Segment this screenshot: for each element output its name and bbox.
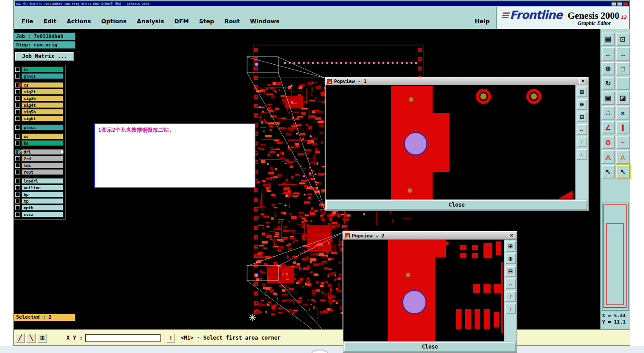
layer-visibility-checkbox[interactable] — [15, 212, 20, 217]
layer-visibility-checkbox[interactable] — [15, 199, 20, 203]
layer-visibility-checkbox[interactable] — [15, 205, 20, 210]
layer-visibility-checkbox[interactable] — [15, 179, 20, 183]
layer-row-2rd[interactable]: 2rd — [14, 156, 65, 162]
layer-row-npth[interactable]: npth — [14, 205, 65, 211]
popup-pan-button[interactable]: ↔ — [505, 278, 516, 289]
layer-name[interactable]: bp — [21, 191, 63, 197]
warning-button[interactable]: ! — [166, 333, 175, 343]
layer-name[interactable]: 2rd — [21, 156, 63, 162]
layer-row-bs[interactable]: bs — [14, 140, 65, 146]
layer-name[interactable]: tp — [21, 198, 63, 204]
popview-1-close-x[interactable]: × — [579, 79, 586, 84]
layer-visibility-checkbox[interactable] — [15, 156, 20, 161]
select-arrow-button[interactable]: ↖ — [602, 165, 615, 179]
text-tool-button[interactable]: A — [616, 150, 630, 164]
popview-2-window[interactable]: Popview - 2 × — [343, 231, 517, 353]
layer-row-cvia[interactable]: cvia — [14, 212, 65, 217]
layer-row-plnss[interactable]: plnss — [14, 125, 65, 130]
menu-rout[interactable]: Rout — [224, 18, 239, 25]
layer-visibility-checkbox[interactable] — [15, 192, 20, 197]
menu-edit[interactable]: Edit — [44, 18, 57, 25]
zoom-area-button[interactable]: □ — [616, 62, 630, 75]
layer-row-cs[interactable]: cs — [14, 82, 65, 88]
layer-row-lnpdrl[interactable]: lnpdrl — [14, 178, 65, 184]
layer-name[interactable]: plnss — [21, 125, 63, 130]
layer-row-drl[interactable]: drl — [14, 149, 65, 155]
close-button[interactable] — [623, 2, 628, 6]
menu-actions[interactable]: Actions — [67, 18, 91, 25]
popup-fit-button[interactable]: ⊞ — [577, 87, 587, 97]
menu-file[interactable]: File — [21, 18, 33, 25]
layer-name[interactable]: plncs — [21, 73, 63, 79]
layer-visibility-checkbox[interactable] — [15, 125, 20, 130]
layer-visibility-checkbox[interactable] — [15, 109, 20, 114]
popup-scroll-down-button[interactable]: ↓ — [577, 149, 587, 160]
menu-options[interactable]: Options — [101, 18, 127, 25]
clear-highlight-button[interactable]: × — [616, 106, 630, 120]
pan-left-button[interactable]: ← — [602, 47, 615, 61]
job-matrix-button[interactable]: Job Matrix ... — [15, 52, 74, 61]
layer-row-ldi[interactable]: ldi — [14, 162, 65, 168]
layer-name[interactable]: ldi — [21, 162, 63, 168]
select-arrow-active-button[interactable]: ↖ — [616, 165, 630, 179]
overview-pane[interactable] — [602, 203, 629, 311]
layer-row-tp[interactable]: tp — [14, 198, 65, 204]
layer-visibility-checkbox[interactable] — [15, 116, 20, 121]
layer-name[interactable]: outline — [21, 185, 63, 191]
layer-name[interactable]: sig2t — [21, 89, 63, 95]
popup-zoom-in-button[interactable]: ⊕ — [505, 253, 516, 264]
menu-step[interactable]: Step — [199, 18, 214, 25]
corner-select-button[interactable]: ╲ — [26, 333, 36, 343]
layer-row-ts[interactable]: ts — [14, 66, 65, 72]
layer-visibility-checkbox[interactable] — [15, 141, 20, 145]
layer-name[interactable]: sig4t — [21, 102, 63, 108]
layer-row-sig2t[interactable]: sig2t — [14, 89, 65, 95]
measure-angle-button[interactable]: ∠ — [602, 121, 615, 134]
blank-button[interactable] — [616, 77, 630, 90]
triangle-tool-button[interactable]: △ — [602, 150, 615, 164]
layer-visibility-checkbox[interactable] — [15, 185, 20, 190]
layer-visibility-checkbox[interactable] — [15, 96, 20, 101]
layer-name[interactable]: rout — [21, 169, 63, 175]
show-features-button[interactable]: ∴ — [602, 106, 615, 120]
layer-visibility-checkbox[interactable] — [15, 134, 20, 139]
measure-line-button[interactable]: ╱ — [15, 333, 25, 343]
pan-right-button[interactable]: → — [616, 47, 630, 61]
layer-visibility-checkbox[interactable] — [15, 74, 20, 79]
layer-name[interactable]: ts — [21, 66, 63, 72]
layer-row-sig6t[interactable]: sig6t — [14, 116, 65, 121]
window-titlebar[interactable]: 6层 电子有限公司 7v0110dha0 cam.orig 板厚:1.6mm 绿… — [15, 1, 629, 6]
minimize-button[interactable] — [611, 2, 616, 6]
popview-2-close-x[interactable]: × — [508, 233, 515, 239]
menu-windows[interactable]: Windows — [250, 18, 280, 25]
popup-pan-button[interactable]: ↔ — [577, 124, 587, 135]
layer-row-rout[interactable]: rout — [14, 169, 65, 175]
layer-visibility-checkbox[interactable] — [15, 89, 20, 94]
layer-visibility-checkbox[interactable] — [15, 170, 20, 174]
popview-1-canvas[interactable] — [326, 85, 575, 199]
maximize-button[interactable] — [617, 2, 622, 6]
layer-row-sig4t[interactable]: sig4t — [14, 102, 65, 108]
xy-input[interactable] — [85, 334, 161, 342]
popview-2-close-button[interactable]: Close — [344, 342, 516, 352]
popview-2-titlebar[interactable]: Popview - 2 × — [343, 232, 516, 240]
layer-name[interactable]: cvia — [21, 212, 63, 217]
layer-name[interactable]: bs — [21, 140, 63, 146]
layer-visibility-checkbox[interactable] — [15, 103, 20, 108]
popview-1-close-button[interactable]: Close — [326, 200, 587, 210]
layer-visibility-checkbox[interactable] — [15, 67, 20, 72]
layer-name[interactable]: sig3b — [21, 96, 63, 101]
layer-name[interactable]: cs — [21, 82, 63, 88]
layer-name[interactable]: ss — [21, 133, 63, 139]
popup-zoom-out-button[interactable]: ⊟ — [505, 266, 516, 277]
popview-2-canvas[interactable] — [343, 240, 504, 341]
parallel-lines-button[interactable]: ∥ — [616, 121, 630, 134]
layer-visibility-checkbox[interactable] — [15, 163, 20, 168]
grid-toggle-button[interactable]: ⊞ — [37, 333, 47, 343]
layer-name[interactable]: drl — [21, 149, 63, 155]
dash-measure-button[interactable]: − — [616, 136, 630, 149]
monitor-view-button[interactable]: ⊡ — [616, 33, 630, 46]
layer-row-bp[interactable]: bp — [14, 191, 65, 197]
layer-name[interactable]: sig6t — [21, 116, 63, 121]
redraw-button[interactable]: ↻ — [602, 77, 615, 90]
